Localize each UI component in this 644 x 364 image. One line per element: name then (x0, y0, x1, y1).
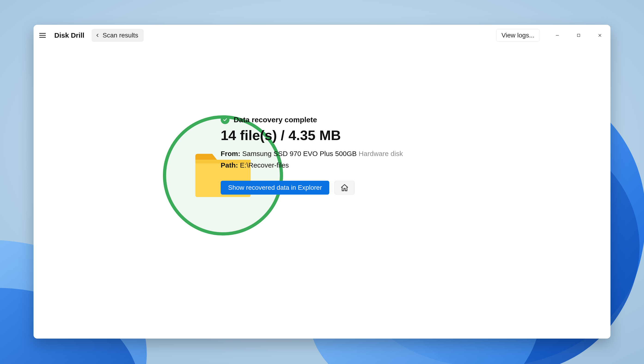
from-value: Samsung SSD 970 EVO Plus 500GB (242, 150, 356, 158)
view-logs-button[interactable]: View logs... (496, 29, 540, 42)
from-type: Hardware disk (359, 150, 403, 158)
status-title: Data recovery complete (234, 116, 317, 124)
maximize-button[interactable] (568, 25, 589, 46)
from-line: From: Samsung SSD 970 EVO Plus 500GB Har… (221, 150, 578, 158)
success-check-icon (221, 115, 230, 124)
close-icon (597, 33, 602, 38)
back-button[interactable]: Scan results (92, 29, 144, 42)
home-button[interactable] (334, 181, 355, 194)
back-label: Scan results (102, 32, 138, 39)
close-button[interactable] (589, 25, 610, 46)
maximize-icon (576, 33, 581, 38)
svg-rect-5 (578, 34, 580, 37)
chevron-left-icon (95, 33, 100, 38)
app-window: Disk Drill Scan results View logs... (34, 25, 610, 338)
recovery-summary: 14 file(s) / 4.35 MB (221, 127, 578, 143)
menu-button[interactable] (38, 30, 47, 40)
path-value: E:\Recover-files (240, 161, 289, 169)
hamburger-icon (38, 32, 46, 39)
show-in-explorer-button[interactable]: Show recovered data in Explorer (221, 181, 329, 194)
path-label: Path: (221, 161, 238, 169)
path-line: Path: E:\Recover-files (221, 161, 578, 169)
minimize-button[interactable] (547, 25, 568, 46)
home-icon (340, 184, 349, 192)
content-area: Data recovery complete 14 file(s) / 4.35… (34, 46, 610, 338)
titlebar: Disk Drill Scan results View logs... (34, 25, 610, 46)
from-label: From: (221, 150, 240, 158)
actions-row: Show recovered data in Explorer (221, 181, 578, 194)
details-panel: Data recovery complete 14 file(s) / 4.35… (221, 99, 578, 194)
minimize-icon (555, 33, 560, 38)
window-controls (547, 25, 610, 46)
status-row: Data recovery complete (221, 115, 578, 124)
app-title: Disk Drill (54, 32, 84, 39)
